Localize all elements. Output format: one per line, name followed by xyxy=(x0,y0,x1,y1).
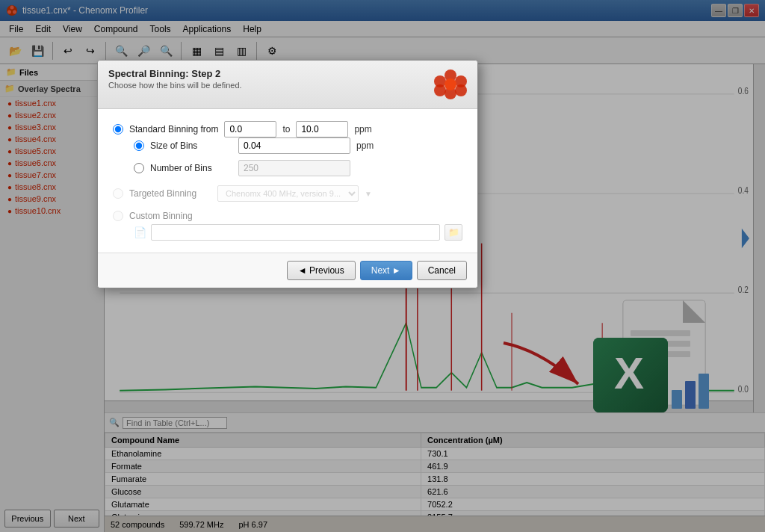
to-input[interactable] xyxy=(296,121,348,137)
targeted-binning-radio[interactable] xyxy=(113,188,123,199)
targeted-binning-select[interactable]: Chenomx 400 MHz, version 9... xyxy=(217,185,359,202)
cancel-button[interactable]: Cancel xyxy=(417,261,467,280)
to-label: to xyxy=(282,124,290,134)
spectral-binning-dialog: Spectral Binning: Step 2 Choose how the … xyxy=(97,60,478,288)
custom-file-input[interactable] xyxy=(151,224,440,241)
custom-binning-file-row: 📄 📁 xyxy=(134,224,462,241)
sub-options: Size of Bins ppm Number of Bins xyxy=(134,137,462,176)
standard-binning-radio[interactable] xyxy=(113,124,123,134)
next-button[interactable]: Next ► xyxy=(360,261,412,280)
custom-binning-row: Custom Binning xyxy=(113,211,462,221)
svg-point-40 xyxy=(445,78,456,90)
modal-footer: ◄ Previous Next ► Cancel xyxy=(98,253,477,288)
svg-point-39 xyxy=(455,84,467,96)
binning-options: Standard Binning from to ppm Size of Bin… xyxy=(113,121,462,241)
ppm-unit-1: ppm xyxy=(354,124,371,134)
modal-header-text: Spectral Binning: Step 2 Choose how the … xyxy=(108,68,242,90)
modal-overlay: Spectral Binning: Step 2 Choose how the … xyxy=(0,0,765,532)
file-icon: 📄 xyxy=(134,226,146,238)
custom-binning-group: Custom Binning 📄 📁 xyxy=(113,211,462,241)
browse-icon: 📁 xyxy=(448,227,459,238)
standard-binning-row: Standard Binning from to ppm xyxy=(113,121,462,137)
number-of-bins-label: Number of Bins xyxy=(150,163,232,173)
chenomx-logo xyxy=(434,68,467,101)
modal-title: Spectral Binning: Step 2 xyxy=(108,68,242,79)
modal-subtitle: Choose how the bins will be defined. xyxy=(108,81,242,90)
standard-binning-group: Standard Binning from to ppm Size of Bin… xyxy=(113,121,462,176)
targeted-binning-label: Targeted Binning xyxy=(129,188,211,199)
size-input[interactable] xyxy=(238,137,350,154)
standard-binning-label: Standard Binning from xyxy=(129,124,218,134)
custom-binning-radio[interactable] xyxy=(113,211,123,221)
modal-header: Spectral Binning: Step 2 Choose how the … xyxy=(98,61,477,109)
modal-body: Standard Binning from to ppm Size of Bin… xyxy=(98,109,477,253)
dropdown-arrow-icon: ▼ xyxy=(365,190,372,198)
from-input[interactable] xyxy=(224,121,276,137)
size-of-bins-radio[interactable] xyxy=(134,140,144,151)
ppm-unit-2: ppm xyxy=(356,140,374,151)
size-of-bins-row: Size of Bins ppm xyxy=(134,137,462,154)
previous-button[interactable]: ◄ Previous xyxy=(287,261,356,280)
number-of-bins-row: Number of Bins xyxy=(134,160,462,176)
size-of-bins-label: Size of Bins xyxy=(150,140,232,151)
custom-binning-label: Custom Binning xyxy=(129,211,211,221)
browse-button[interactable]: 📁 xyxy=(445,224,462,241)
svg-point-38 xyxy=(434,84,446,96)
number-of-bins-radio[interactable] xyxy=(134,163,144,173)
targeted-binning-row: Targeted Binning Chenomx 400 MHz, versio… xyxy=(113,185,462,202)
number-input[interactable] xyxy=(238,160,350,176)
